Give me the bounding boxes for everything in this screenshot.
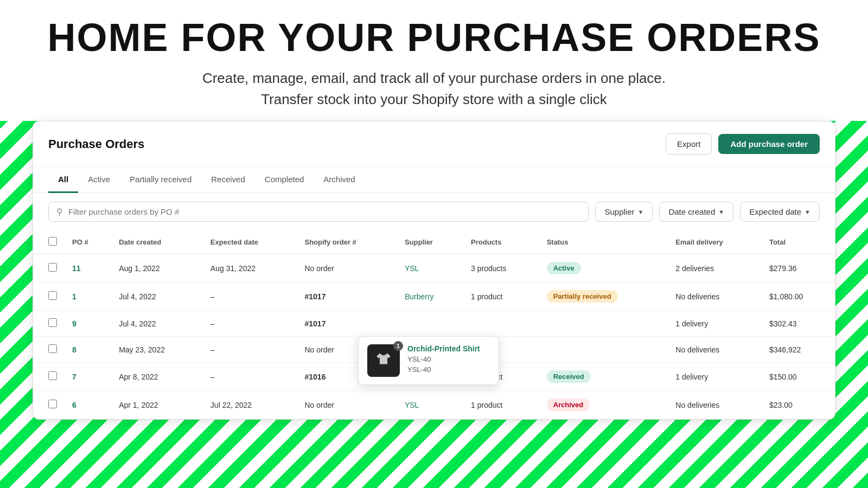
email-delivery-cell: 1 delivery — [668, 363, 762, 391]
po-link[interactable]: 8 — [72, 345, 76, 354]
tooltip-sku2: YSL-40 — [407, 365, 480, 374]
total-cell: $150.00 — [762, 363, 835, 391]
expected-date-filter-label: Expected date — [749, 207, 801, 216]
total-cell: $302.43 — [762, 311, 835, 337]
row-checkbox[interactable] — [48, 291, 57, 300]
products-cell: 1 product — [463, 282, 539, 311]
tooltip-product-name: Orchid-Printed Shirt — [407, 344, 480, 353]
hero-subtitle-line2: Transfer stock into your Shopify store w… — [11, 89, 857, 110]
supplier-cell: YSL — [397, 254, 463, 282]
col-total: Total — [762, 230, 835, 254]
row-checkbox[interactable] — [48, 400, 57, 408]
table-row: 9 Jul 4, 2022 – #1017 1 delivery $302.43 — [33, 311, 835, 337]
hero-subtitle-line1: Create, manage, email, and track all of … — [11, 68, 857, 89]
status-badge: Received — [547, 370, 591, 383]
tabs-bar: All Active Partially received Received C… — [33, 167, 835, 193]
tooltip-sku1: YSL-40 — [407, 355, 480, 363]
po-link[interactable]: 6 — [72, 401, 76, 409]
orders-table: PO # Date created Expected date Shopify … — [33, 230, 835, 419]
chevron-down-icon: ▼ — [718, 209, 724, 215]
date-created-cell: Jul 4, 2022 — [111, 311, 203, 337]
date-created-filter-button[interactable]: Date created ▼ — [659, 202, 733, 222]
supplier-link[interactable]: YSL — [405, 264, 419, 273]
status-cell — [539, 337, 668, 363]
products-cell: 3 products — [463, 254, 539, 282]
product-tooltip: 1 Orchid-Printed Shirt YSL-40 YSL-40 — [358, 336, 499, 385]
date-created-cell: Aug 1, 2022 — [111, 254, 203, 282]
expected-date-cell: Jul 22, 2022 — [203, 391, 297, 419]
col-products: Products — [463, 230, 539, 254]
export-button[interactable]: Export — [666, 133, 712, 155]
email-delivery-cell: 2 deliveries — [668, 254, 762, 282]
row-checkbox[interactable] — [48, 263, 57, 272]
tab-archived[interactable]: Archived — [314, 167, 365, 193]
expected-date-cell: – — [203, 311, 297, 337]
row-checkbox[interactable] — [48, 318, 57, 327]
status-cell: Archived — [539, 391, 668, 419]
supplier-cell: YSL — [397, 391, 463, 419]
email-delivery-cell: No deliveries — [668, 282, 762, 311]
products-cell: 1 product — [463, 391, 539, 419]
shopify-order-cell: #1017 — [297, 282, 397, 311]
po-link[interactable]: 1 — [72, 292, 76, 301]
date-created-filter-label: Date created — [668, 207, 715, 216]
date-created-cell: Apr 1, 2022 — [111, 391, 203, 419]
supplier-filter-label: Supplier — [604, 207, 634, 216]
search-box: ⚲ — [48, 202, 589, 222]
col-supplier: Supplier — [397, 230, 463, 254]
po-link[interactable]: 9 — [72, 319, 76, 328]
status-badge: Archived — [547, 399, 590, 411]
page-title: Purchase Orders — [48, 137, 144, 151]
status-cell: Active — [539, 254, 668, 282]
add-purchase-order-button[interactable]: Add purchase order — [718, 134, 820, 154]
table-header-row: PO # Date created Expected date Shopify … — [33, 230, 835, 254]
supplier-filter-button[interactable]: Supplier ▼ — [595, 202, 653, 222]
tab-active[interactable]: Active — [78, 167, 120, 193]
col-expected-date: Expected date — [203, 230, 297, 254]
product-thumbnail: 1 — [367, 344, 400, 377]
search-input[interactable] — [68, 207, 580, 216]
shopify-order-cell: No order — [297, 254, 397, 282]
col-shopify-order: Shopify order # — [297, 230, 397, 254]
filters-row: ⚲ Supplier ▼ Date created ▼ Expected dat… — [33, 193, 835, 230]
orders-table-wrap: PO # Date created Expected date Shopify … — [33, 230, 835, 419]
tab-received[interactable]: Received — [201, 167, 255, 193]
total-cell: $23.00 — [762, 391, 835, 419]
shopify-order-cell: #1017 — [297, 311, 397, 337]
email-delivery-cell: No deliveries — [668, 337, 762, 363]
tab-completed[interactable]: Completed — [255, 167, 314, 193]
card-header: Purchase Orders Export Add purchase orde… — [33, 121, 835, 167]
search-icon: ⚲ — [56, 207, 63, 217]
status-cell: Partially received — [539, 282, 668, 311]
supplier-cell: Burberry — [397, 282, 463, 311]
row-checkbox[interactable] — [48, 371, 57, 380]
col-email-delivery: Email delivery — [668, 230, 762, 254]
select-all-checkbox[interactable] — [48, 237, 57, 246]
shirt-icon — [374, 351, 393, 370]
status-badge: Partially received — [547, 290, 618, 303]
row-checkbox[interactable] — [48, 344, 57, 353]
expected-date-filter-button[interactable]: Expected date ▼ — [740, 202, 820, 222]
status-cell: Received — [539, 363, 668, 391]
table-row: 11 Aug 1, 2022 Aug 31, 2022 No order YSL… — [33, 254, 835, 282]
po-link[interactable]: 7 — [72, 373, 76, 381]
shopify-order-cell: No order — [297, 391, 397, 419]
table-row: 1 Jul 4, 2022 – #1017 Burberry 1 product… — [33, 282, 835, 311]
table-row: 6 Apr 1, 2022 Jul 22, 2022 No order YSL … — [33, 391, 835, 419]
supplier-cell — [397, 311, 463, 337]
po-link[interactable]: 11 — [72, 264, 81, 273]
col-date-created: Date created — [111, 230, 203, 254]
col-po: PO # — [65, 230, 111, 254]
products-cell — [463, 311, 539, 337]
email-delivery-cell: No deliveries — [668, 391, 762, 419]
supplier-link[interactable]: Burberry — [405, 292, 434, 301]
date-created-cell: May 23, 2022 — [111, 337, 203, 363]
status-badge: Active — [547, 262, 581, 274]
col-status: Status — [539, 230, 668, 254]
tooltip-text: Orchid-Printed Shirt YSL-40 YSL-40 — [407, 344, 480, 374]
status-cell — [539, 311, 668, 337]
expected-date-cell: – — [203, 337, 297, 363]
supplier-link[interactable]: YSL — [405, 401, 419, 409]
tab-all[interactable]: All — [48, 167, 78, 193]
tab-partially-received[interactable]: Partially received — [120, 167, 201, 193]
